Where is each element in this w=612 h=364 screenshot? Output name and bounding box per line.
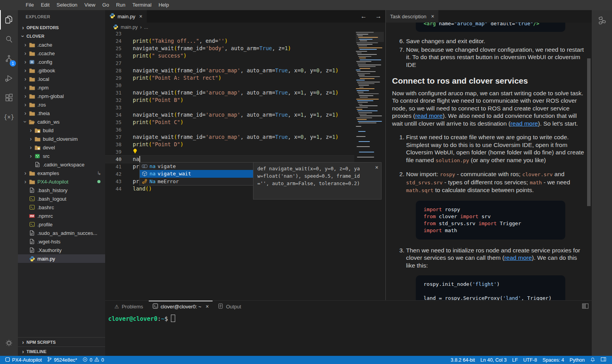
workspace-root-section[interactable]: › CLOVER — [18, 32, 105, 40]
status-item-lf[interactable]: LF — [509, 356, 521, 364]
line-number: 25 — [105, 45, 121, 52]
code-text: navigate_wait(frame_id='aruco_map', auto… — [133, 67, 338, 74]
panel-tab-clover-clover0[interactable]: clover@clover0: ~× — [149, 301, 213, 312]
open-editors-section[interactable]: › OPEN EDITORS — [18, 23, 105, 32]
panel-tab-output[interactable]: Output — [214, 301, 245, 312]
read-more-link[interactable]: read more — [415, 112, 443, 119]
status-item-bell[interactable] — [587, 356, 598, 364]
menu-item-run[interactable]: Run — [113, 0, 129, 10]
tree-item-src[interactable]: ›src — [18, 152, 105, 160]
tree-item-ccache[interactable]: ›.ccache — [18, 49, 105, 58]
folder-icon — [28, 94, 36, 99]
minimap-line — [357, 146, 370, 147]
menu-item-file[interactable]: File — [22, 0, 37, 10]
minimap[interactable] — [356, 13, 384, 299]
tree-item-wget-hsts[interactable]: ›.wget-hsts — [18, 237, 105, 246]
minimap-line — [357, 44, 373, 45]
tree-item-npmrc[interactable]: ›.npmrc — [18, 212, 105, 220]
tree-item-catkin-workspace[interactable]: ›.catkin_workspace — [18, 160, 105, 169]
tree-item-xauthority[interactable]: ›.Xauthority — [18, 246, 105, 254]
tree-item-gitbook[interactable]: ›.gitbook — [18, 66, 105, 75]
tree-item-bash-logout[interactable]: ›.bash_logout — [18, 194, 105, 203]
tree-item-px4-autopilot[interactable]: ›PX4-Autopilot — [18, 177, 105, 186]
source-control-icon[interactable]: 1 — [0, 49, 18, 68]
close-icon[interactable]: × — [375, 164, 378, 171]
read-more-link[interactable]: read more — [510, 120, 538, 127]
tree-item-examples[interactable]: ›examples↳ — [18, 169, 105, 177]
tree-item-bashrc[interactable]: ›.bashrc — [18, 203, 105, 212]
layout-icon — [601, 357, 606, 363]
close-icon[interactable]: × — [139, 13, 142, 19]
tree-item-ros[interactable]: ›.ros — [18, 100, 105, 109]
close-icon[interactable]: × — [431, 13, 434, 19]
tree-item-bash-history[interactable]: ›.bash_history — [18, 186, 105, 194]
tree-item-build-cloversim[interactable]: ›build_cloversim — [18, 135, 105, 143]
settings-gear-icon[interactable] — [0, 333, 18, 353]
split-panel-icon[interactable] — [582, 303, 589, 310]
suggestion-navigate-wait[interactable]: navigate_wait — [140, 170, 253, 177]
tree-item-npm[interactable]: ›.npm — [18, 83, 105, 92]
status-item-ln-40-col-3[interactable]: Ln 40, Col 3 — [478, 356, 509, 364]
status-item-layout[interactable] — [598, 356, 609, 364]
tab-main-py[interactable]: main.py × — [105, 10, 147, 23]
snippets-icon[interactable]: {×} — [0, 107, 18, 127]
code-text: print("Point B") — [133, 96, 183, 104]
code-line-35: 35print("Point C") — [105, 119, 354, 126]
terminal[interactable]: clover@clover0:~$ — [108, 315, 175, 322]
python-icon — [109, 13, 115, 20]
status-item-0[interactable]: 00 — [80, 356, 107, 364]
close-icon[interactable]: × — [206, 303, 209, 310]
tree-item-config[interactable]: ›.config — [18, 58, 105, 66]
activity-bar: 1 {×} — [0, 10, 18, 356]
extensions-icon[interactable] — [0, 88, 18, 107]
status-item-spaces-4[interactable]: Spaces: 4 — [540, 356, 567, 364]
status-item-python[interactable]: Python — [567, 356, 587, 364]
npm-scripts-section[interactable]: › NPM SCRIPTS — [18, 337, 105, 346]
status-item-9524e8ec[interactable]: 9524e8ec* — [44, 356, 80, 364]
terminal-icon — [153, 303, 158, 309]
menu-item-help[interactable]: Help — [155, 0, 172, 10]
svg-text:@: @ — [143, 164, 145, 168]
output-icon — [218, 303, 223, 310]
tab-task-description[interactable]: Task description × — [386, 10, 438, 23]
timeline-section[interactable]: › TIMELINE — [18, 346, 105, 356]
menu-item-view[interactable]: View — [81, 0, 99, 10]
tree-item-cache[interactable]: ›.cache — [18, 40, 105, 49]
suggestion-nameerror[interactable]: NameError — [140, 178, 253, 185]
tree-item-devel[interactable]: ›devel — [18, 143, 105, 152]
menu-item-go[interactable]: Go — [99, 0, 113, 10]
nav-forward-arrow-icon[interactable]: → — [375, 13, 382, 20]
tree-item-main-py[interactable]: ›main.py — [18, 254, 105, 263]
chevron-right-icon: › — [23, 179, 28, 184]
tree-item-catkin-ws[interactable]: ›catkin_ws — [18, 117, 105, 126]
run-debug-icon[interactable] — [0, 68, 18, 88]
breadcrumb[interactable]: main.py › ... — [105, 23, 385, 32]
menu-item-terminal[interactable]: Terminal — [129, 0, 155, 10]
lightbulb-icon[interactable] — [133, 149, 137, 156]
nav-back-arrow-icon[interactable]: ← — [361, 13, 367, 20]
menu-item-edit[interactable]: Edit — [37, 0, 53, 10]
suggestion-navigate[interactable]: @navigate — [140, 163, 253, 170]
status-item-px4-autopilot[interactable]: PX4-Autopilot — [2, 356, 44, 364]
module-kind-icon — [141, 171, 148, 177]
read-more-link[interactable]: read more — [504, 254, 532, 261]
tree-item-theia[interactable]: ›.theia — [18, 109, 105, 117]
line-number: 38 — [105, 141, 121, 148]
status-item-3-8-2-64-bit[interactable]: 3.8.2 64-bit — [448, 356, 478, 364]
code-line-31: 31navigate_wait(frame_id='aruco_map', au… — [105, 89, 354, 96]
search-icon[interactable] — [0, 30, 18, 49]
folder-build-icon — [33, 128, 41, 133]
tree-item-profile[interactable]: ›.profile — [18, 220, 105, 229]
section-heading: Connect to ros and clover services — [392, 77, 586, 85]
node-graph-icon[interactable] — [597, 16, 607, 27]
explorer-icon[interactable] — [0, 10, 18, 30]
menu-item-selection[interactable]: Selection — [53, 0, 81, 10]
tree-item-build[interactable]: ›build — [18, 126, 105, 135]
tree-item-local[interactable]: ›.local — [18, 75, 105, 83]
panel-tab-label: clover@clover0: ~ — [161, 304, 202, 310]
tree-item-npm-global[interactable]: ›.npm-global — [18, 92, 105, 100]
tree-item-sudo-as-admin-succes[interactable]: ›.sudo_as_admin_succes... — [18, 229, 105, 237]
scrollbar[interactable] — [587, 58, 591, 206]
status-item-utf-8[interactable]: UTF-8 — [521, 356, 540, 364]
panel-tab-problems[interactable]: ⚠Problems — [111, 301, 147, 312]
